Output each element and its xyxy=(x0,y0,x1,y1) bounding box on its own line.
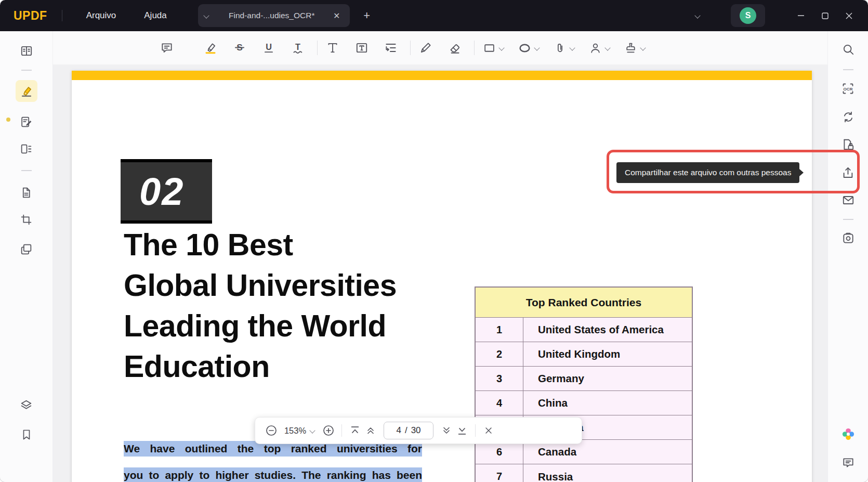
email-button[interactable] xyxy=(837,189,859,211)
collapse-toolbar-chevron-icon[interactable] xyxy=(694,12,700,18)
page-accent-bar xyxy=(72,71,812,80)
strikethrough-button[interactable]: S xyxy=(230,38,249,58)
title-line: Leading the World xyxy=(124,306,397,346)
text-highlight-button[interactable] xyxy=(201,38,220,58)
previous-page-button[interactable] xyxy=(363,423,378,438)
center-column: S U T xyxy=(53,31,827,482)
table-row: 7 Russia xyxy=(476,464,692,482)
comment-tool-icon xyxy=(20,115,33,128)
document-tab[interactable]: Find-and-...udies_OCR* ✕ xyxy=(198,4,350,27)
country-cell: Russia xyxy=(523,464,692,482)
bookmark-button[interactable] xyxy=(16,424,37,446)
close-button[interactable] xyxy=(837,4,861,27)
feedback-button[interactable] xyxy=(837,452,859,474)
convert-button[interactable] xyxy=(837,106,859,128)
eraser-button[interactable] xyxy=(445,38,465,58)
slideshow-button[interactable] xyxy=(16,238,37,260)
zoom-chevron-down-icon[interactable] xyxy=(309,427,315,433)
minimize-button[interactable] xyxy=(789,4,813,27)
note-comment-button[interactable] xyxy=(157,38,177,58)
rectangle-shape-button[interactable] xyxy=(480,38,507,58)
rank-cell: 7 xyxy=(476,464,523,482)
zoom-pagination-toolbar: 153% 4 / 30 xyxy=(255,417,582,444)
rectangle-shape-icon xyxy=(483,42,496,55)
ai-assistant-button[interactable] xyxy=(837,423,859,445)
zoombar-divider xyxy=(475,424,476,437)
note-comment-icon xyxy=(160,41,174,55)
protect-button[interactable] xyxy=(837,134,859,155)
search-icon xyxy=(841,43,855,56)
annotation-toolbar: S U T xyxy=(53,31,827,64)
app-window: UPDF Arquivo Ajuda Find-and-...udies_OCR… xyxy=(0,0,868,482)
text-callout-button[interactable] xyxy=(381,38,401,58)
attachment-button[interactable] xyxy=(550,38,577,58)
capture-button[interactable] xyxy=(837,227,859,249)
menu-arquivo[interactable]: Arquivo xyxy=(82,7,121,24)
svg-text:OCR: OCR xyxy=(844,86,853,91)
reader-view-button[interactable] xyxy=(16,40,37,62)
text-box-button[interactable] xyxy=(352,38,372,58)
selected-text-line[interactable]: you to apply to higher studies. The rank… xyxy=(124,467,422,482)
zoom-out-icon xyxy=(265,424,278,437)
table-row: 2 United Kingdom xyxy=(476,342,692,367)
country-cell: Germany xyxy=(523,367,692,390)
share-tooltip-text: Compartilhar este arquivo com outras pes… xyxy=(625,168,791,177)
slideshow-icon xyxy=(20,243,33,256)
titlebar: UPDF Arquivo Ajuda Find-and-...udies_OCR… xyxy=(0,0,868,31)
chevron-down-icon[interactable] xyxy=(604,45,610,50)
tab-close-icon[interactable]: ✕ xyxy=(330,9,344,22)
title-line: The 10 Best xyxy=(124,225,397,265)
tab-chevron-down-icon[interactable] xyxy=(203,12,209,18)
sidebar-divider xyxy=(21,70,32,71)
add-text-button[interactable] xyxy=(323,38,343,58)
last-page-button[interactable] xyxy=(454,423,470,438)
maximize-button[interactable] xyxy=(813,4,837,27)
underline-button[interactable]: U xyxy=(259,38,279,58)
panel-handle-dot[interactable] xyxy=(6,118,10,122)
chevron-down-icon[interactable] xyxy=(640,45,646,50)
section-number-box: 02 xyxy=(121,159,212,224)
crop-page-button[interactable] xyxy=(16,209,37,230)
updf-logo: UPDF xyxy=(14,9,47,23)
share-tooltip: Compartilhar este arquivo com outras pes… xyxy=(616,162,799,183)
zoom-out-button[interactable] xyxy=(264,423,279,438)
signature-button[interactable] xyxy=(586,38,613,58)
organize-pages-icon xyxy=(20,186,33,199)
menu-ajuda[interactable]: Ajuda xyxy=(140,7,170,24)
country-cell: United States of America xyxy=(523,318,692,342)
country-cell: China xyxy=(523,391,692,415)
highlighter-tool-icon xyxy=(20,84,33,98)
reader-view-icon xyxy=(20,44,33,58)
page-number-input[interactable]: 4 / 30 xyxy=(384,422,433,439)
chevron-down-icon[interactable] xyxy=(498,45,504,50)
tab-title: Find-and-...udies_OCR* xyxy=(214,11,330,20)
organize-pages-button[interactable] xyxy=(16,181,37,203)
ellipse-shape-button[interactable] xyxy=(515,38,542,58)
share-button[interactable] xyxy=(837,162,859,184)
squiggly-underline-button[interactable]: T xyxy=(288,38,308,58)
comment-tool-button[interactable] xyxy=(16,111,37,133)
sidebar-divider xyxy=(843,219,853,220)
close-icon xyxy=(846,12,852,19)
signature-icon xyxy=(589,42,602,55)
layers-button[interactable] xyxy=(16,394,37,416)
new-tab-button[interactable]: + xyxy=(360,9,374,22)
zoom-in-button[interactable] xyxy=(321,423,336,438)
next-page-button[interactable] xyxy=(439,423,454,438)
ocr-button[interactable]: OCR xyxy=(837,77,859,99)
first-page-button[interactable] xyxy=(347,423,363,438)
highlighter-tool-button[interactable] xyxy=(16,80,37,102)
stamp-button[interactable] xyxy=(621,38,648,58)
text-callout-icon xyxy=(384,41,398,55)
search-button[interactable] xyxy=(837,38,859,60)
page-thumbnails-button[interactable] xyxy=(16,138,37,160)
strikethrough-icon: S xyxy=(233,41,246,55)
account-button[interactable]: S xyxy=(731,4,765,27)
pencil-button[interactable] xyxy=(416,38,436,58)
attachment-icon xyxy=(554,42,567,55)
document-canvas[interactable]: 02 The 10 Best Global Universities Leadi… xyxy=(53,64,827,482)
chevron-down-icon[interactable] xyxy=(569,45,575,50)
sidebar-divider xyxy=(21,170,32,171)
close-zoombar-button[interactable] xyxy=(481,423,496,438)
chevron-down-icon[interactable] xyxy=(534,45,540,50)
